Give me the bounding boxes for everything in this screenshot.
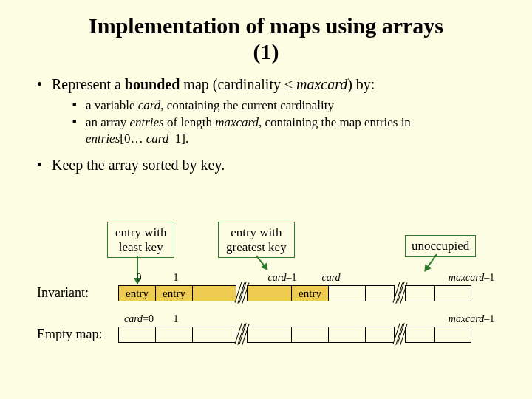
t: card (138, 98, 161, 112)
diagram: entry with least key entry with greatest… (37, 222, 510, 384)
sub-list: a variable card, containing the current … (52, 98, 510, 146)
t: maxcard (449, 313, 484, 324)
array-break-icon (236, 327, 247, 343)
bullet-1: Represent a bounded map (cardinality ≤ m… (37, 76, 510, 146)
t: card (146, 132, 169, 146)
array-invariant: entry entry entry (118, 285, 471, 301)
t: entries (129, 115, 163, 129)
cell-dots (192, 285, 236, 301)
t: , containing the current cardinality (160, 98, 334, 112)
callout-unoccupied: unoccupied (405, 235, 476, 257)
cell2-p (247, 327, 291, 343)
t: least key (119, 240, 163, 254)
sub-2: an array entries of length maxcard, cont… (72, 115, 510, 146)
cell-0: entry (118, 285, 155, 301)
label-empty: Empty map: (37, 327, 103, 342)
cell-b (365, 285, 395, 301)
idx2-1: 1 (168, 313, 183, 325)
bullet-list: Represent a bounded map (cardinality ≤ m… (22, 76, 510, 174)
cell-maxm1 (434, 285, 471, 301)
t: –1 (484, 272, 494, 283)
cell2-1 (155, 327, 192, 343)
label-invariant: Invariant: (37, 285, 89, 301)
cell-cardm1: entry (291, 285, 328, 301)
idx-0: 0 (132, 272, 146, 284)
title-line-1: Implementation of maps using arrays (89, 13, 443, 38)
t: a variable (86, 98, 138, 112)
t: maxcard (449, 272, 484, 283)
cell-pre (247, 285, 291, 301)
array-break-icon (395, 327, 405, 343)
slide-title: Implementation of maps using arrays (1) (22, 13, 510, 64)
t: Keep the array sorted by key. (52, 157, 225, 173)
t: maxcard (296, 76, 347, 92)
callout-greatest: entry with greatest key (218, 222, 295, 258)
idx2-maxm1: maxcard–1 (442, 313, 501, 325)
t: entry with (231, 225, 282, 239)
t: unoccupied (412, 239, 469, 253)
cell2-d (192, 327, 236, 343)
array-empty (118, 327, 471, 343)
cell2-0 (118, 327, 155, 343)
t: –1]. (168, 132, 188, 146)
t: card (124, 313, 143, 324)
idx-card: card (316, 272, 346, 284)
idx-1: 1 (168, 272, 183, 284)
array-break-icon (236, 285, 247, 301)
bullet-2: Keep the array sorted by key. (37, 157, 510, 174)
t: of length (164, 115, 215, 129)
t: , containing the map entries in (259, 115, 411, 129)
t: entry with (115, 225, 166, 239)
cell2-g (365, 327, 395, 343)
cell-card (328, 285, 365, 301)
t: entries (86, 132, 120, 146)
cell-1: entry (155, 285, 192, 301)
idx-maxm1: maxcard–1 (442, 272, 501, 284)
t: maxcard (215, 115, 259, 129)
t: greatest key (226, 240, 287, 254)
t: –1 (287, 272, 297, 283)
t: map (cardinality ≤ (180, 76, 296, 92)
t: an array (86, 115, 129, 129)
sub-1: a variable card, containing the current … (72, 98, 510, 113)
t: –1 (484, 313, 494, 324)
t: Represent a (52, 76, 125, 92)
cell2-e (291, 327, 328, 343)
cell2-h (405, 327, 434, 343)
t: card (267, 272, 286, 283)
t: =0 (143, 313, 154, 324)
idx-cardm1: card–1 (260, 272, 304, 284)
cell-c (405, 285, 434, 301)
cell2-f (328, 327, 365, 343)
idx2-card0: card=0 (117, 313, 161, 325)
title-line-2: (1) (253, 39, 279, 64)
t: [0… (120, 132, 146, 146)
array-break-icon (395, 285, 405, 301)
t: ) by: (347, 76, 375, 92)
cell2-maxm1 (434, 327, 471, 343)
callout-least: entry with least key (107, 222, 174, 258)
t: bounded (125, 76, 180, 92)
